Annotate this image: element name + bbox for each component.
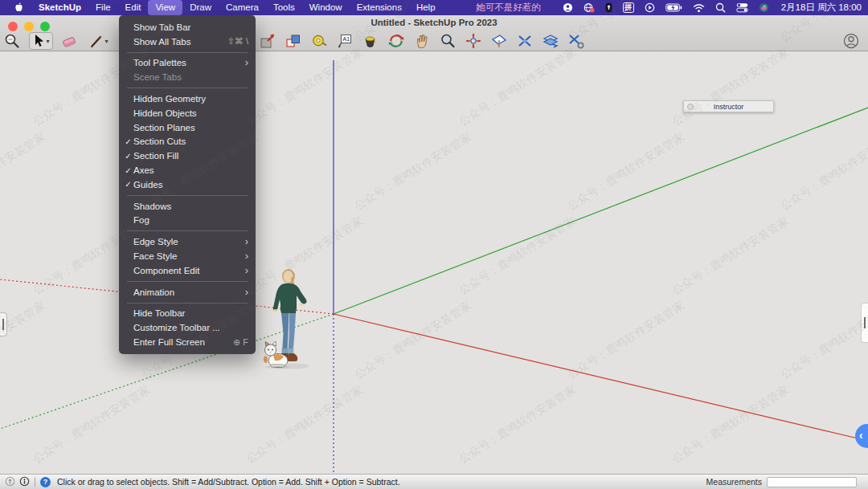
menu-separator: [127, 52, 248, 53]
menu-item-hide-toolbar[interactable]: Hide Toolbar: [119, 307, 256, 321]
menu-item-component-edit[interactable]: Component Edit›: [119, 263, 256, 278]
apple-menu[interactable]: [6, 2, 31, 14]
dimension-label-glyph: A1: [343, 36, 350, 42]
instructor-panel[interactable]: Instructor: [683, 100, 774, 112]
globe-notification-icon[interactable]: [583, 2, 595, 13]
wifi-icon[interactable]: [693, 3, 705, 13]
menu-item-shortcut: ⊕ F: [233, 337, 248, 348]
green-axis-positive: [334, 108, 868, 314]
menubar-item-sketchup[interactable]: SketchUp: [31, 0, 88, 15]
menu-item-edge-style[interactable]: Edge Style›: [119, 234, 256, 249]
menubar-item-edit[interactable]: Edit: [118, 0, 149, 15]
menu-item-hidden-geometry[interactable]: Hidden Geometry: [119, 92, 256, 106]
spotlight-search-icon[interactable]: [715, 2, 726, 13]
menu-item-label: Shadows: [133, 202, 248, 211]
menu-item-fog[interactable]: Fog: [119, 214, 256, 228]
measurements-input[interactable]: [767, 477, 857, 487]
menubar-item-tools[interactable]: Tools: [266, 0, 302, 15]
menubar-item-help[interactable]: Help: [409, 0, 443, 15]
siri-icon[interactable]: [759, 2, 769, 13]
dimension-tool-icon[interactable]: A1: [336, 32, 354, 50]
push-pull-tool-icon[interactable]: [259, 32, 276, 50]
zoom-tool-icon[interactable]: [439, 32, 457, 50]
instructor-close-icon[interactable]: [687, 104, 694, 110]
search-tool-icon[interactable]: [3, 32, 21, 50]
geolocation-icon[interactable]: [5, 476, 15, 488]
menu-item-guides[interactable]: ✓Guides: [119, 177, 256, 192]
scale-figure-person[interactable]: [266, 269, 317, 370]
move-tool-icon[interactable]: [285, 32, 302, 50]
help-icon[interactable]: ?: [40, 477, 51, 487]
section-plane-tool-icon[interactable]: [490, 32, 508, 50]
zoom-extents-tool-icon[interactable]: [465, 32, 482, 50]
pinyin-input-icon[interactable]: 拼: [623, 2, 634, 13]
submenu-arrow-icon: ›: [245, 238, 248, 246]
menu-item-enter-full-screen[interactable]: Enter Full Screen⊕ F: [119, 335, 256, 349]
menubar-clock[interactable]: 2月18日 周六 18:00: [781, 2, 862, 14]
menu-item-label: Customize Toolbar ...: [133, 323, 248, 332]
menu-item-label: Show All Tabs: [133, 37, 227, 47]
panel-expand-button[interactable]: ‹: [855, 424, 868, 448]
measurements-label: Measurements: [706, 477, 762, 487]
pan-tool-icon[interactable]: [413, 32, 431, 50]
menu-item-shadows[interactable]: Shadows: [119, 199, 256, 214]
screen-time-icon[interactable]: [645, 2, 655, 13]
right-tray-handle[interactable]: [861, 303, 868, 343]
menu-item-customize-toolbar[interactable]: Customize Toolbar ...: [119, 320, 256, 335]
menu-separator: [127, 195, 248, 196]
red-axis-positive: [334, 314, 868, 441]
battery-charging-icon[interactable]: [665, 3, 682, 12]
scale-figure-cat[interactable]: [262, 340, 293, 369]
privacy-indicator-icon[interactable]: [605, 2, 612, 13]
line-tool-dropdown[interactable]: ▾: [104, 38, 108, 45]
menu-item-animation[interactable]: Animation›: [119, 285, 256, 300]
menu-item-label: Animation: [133, 287, 245, 297]
apple-icon: [14, 2, 24, 14]
account-icon[interactable]: [842, 32, 860, 50]
submenu-arrow-icon: ›: [245, 267, 248, 275]
menu-item-face-style[interactable]: Face Style›: [119, 249, 256, 263]
chevron-left-icon: ‹: [859, 429, 863, 442]
menu-item-section-planes[interactable]: Section Planes: [119, 120, 256, 135]
display-section-fill-icon[interactable]: [542, 32, 559, 50]
menubar-item-file[interactable]: File: [88, 0, 118, 15]
menu-item-tool-palettes[interactable]: Tool Palettes›: [119, 56, 256, 71]
menu-item-shortcut: ⇧⌘ \: [227, 36, 248, 47]
menubar-item-window[interactable]: Window: [302, 0, 350, 15]
statusbar-divider: [35, 477, 35, 487]
menu-item-show-all-tabs[interactable]: Show All Tabs⇧⌘ \: [119, 35, 256, 49]
control-center-icon[interactable]: [736, 2, 748, 13]
left-tray-handle[interactable]: [0, 312, 7, 336]
menubar-items: SketchUpFileEditViewDrawCameraToolsWindo…: [31, 0, 443, 15]
tape-measure-tool-icon[interactable]: [310, 32, 328, 50]
menu-item-show-tab-bar[interactable]: Show Tab Bar: [119, 20, 256, 35]
menu-separator: [127, 303, 248, 304]
submenu-arrow-icon: ›: [245, 59, 248, 67]
display-section-cuts-icon[interactable]: [516, 32, 534, 50]
menu-item-axes[interactable]: ✓Axes: [119, 163, 256, 177]
menubar-item-view[interactable]: View: [148, 0, 182, 15]
menu-item-label: Show Tab Bar: [133, 22, 248, 32]
select-tool-icon[interactable]: ▾: [29, 32, 53, 50]
checkmark-icon: ✓: [123, 166, 133, 175]
credit-info-icon[interactable]: [19, 476, 30, 488]
menu-item-label: Face Style: [133, 251, 245, 261]
eraser-tool-icon[interactable]: [61, 32, 79, 50]
line-tool-icon[interactable]: ▾: [87, 32, 111, 50]
menu-item-label: Enter Full Screen: [133, 337, 233, 347]
menu-item-hidden-objects[interactable]: Hidden Objects: [119, 106, 256, 120]
menubar-item-draw[interactable]: Draw: [182, 0, 219, 15]
menu-separator: [127, 88, 248, 88]
menubar-item-camera[interactable]: Camera: [219, 0, 266, 15]
menubar-item-extensions[interactable]: Extensions: [350, 0, 409, 15]
menu-item-section-fill[interactable]: ✓Section Fill: [119, 149, 256, 163]
section-settings-icon[interactable]: [567, 32, 585, 50]
orbit-tool-icon[interactable]: [387, 32, 405, 50]
notification-text: 她可不是好惹的: [476, 2, 541, 14]
instructor-title: Instructor: [694, 103, 764, 111]
paint-bucket-tool-icon[interactable]: [362, 32, 379, 50]
menu-item-section-cuts[interactable]: ✓Section Cuts: [119, 135, 256, 149]
menu-item-label: Edge Style: [133, 237, 245, 247]
user-icon[interactable]: [563, 2, 573, 13]
select-tool-dropdown[interactable]: ▾: [46, 38, 49, 45]
